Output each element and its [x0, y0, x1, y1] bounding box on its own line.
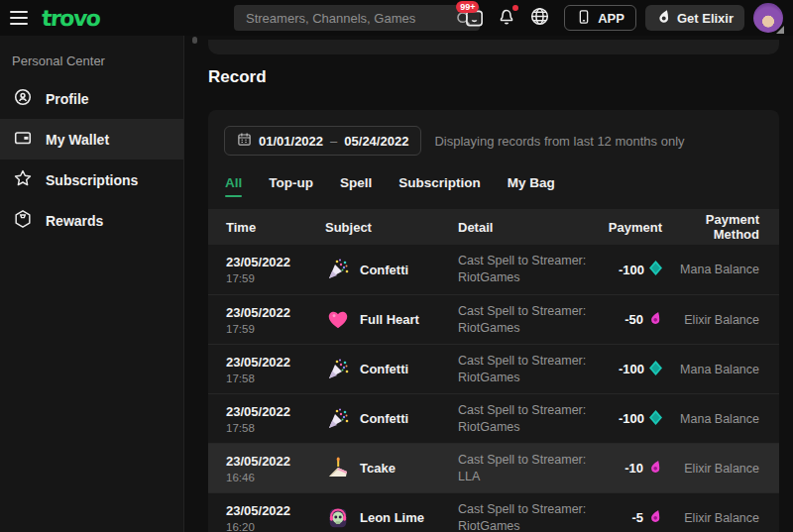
elixir-icon [648, 509, 662, 523]
detail-line-1: Cast Spell to Streamer: [458, 353, 605, 370]
detail-line-2: LLA [458, 469, 605, 485]
mana-icon [649, 361, 662, 375]
sidebar-item-label: Rewards [46, 213, 103, 229]
star-icon [13, 168, 33, 188]
table-row[interactable]: 23/05/2022 17:59 Full Heart Cast Spell t… [208, 294, 779, 344]
table-row[interactable]: 23/05/2022 17:58 Confetti Cast Spell to … [208, 393, 779, 443]
row-date: 23/05/2022 [226, 255, 325, 270]
detail-line-2: RiotGames [458, 320, 605, 337]
row-time: 17:58 [226, 372, 325, 384]
heart-icon [326, 308, 350, 332]
tab-subscription[interactable]: Subscription [398, 175, 481, 197]
sidebar-item-label: Subscriptions [46, 172, 138, 188]
detail-line-2: RiotGames [458, 370, 605, 386]
elixir-icon [648, 311, 662, 325]
payment-method: Elixir Balance [662, 313, 759, 327]
tab-label: Subscription [398, 175, 481, 190]
detail-line-1: Cast Spell to Streamer: [458, 402, 605, 419]
notifications-bell-button[interactable] [495, 6, 518, 30]
sidebar: Personal Center Profile My Wallet Subscr… [0, 36, 184, 532]
filter-row: 01/01/2022 – 05/24/2022 Displaying recor… [208, 126, 779, 156]
tab-top-up[interactable]: Top-up [269, 175, 313, 197]
payment-amount: -100 [619, 362, 644, 376]
row-time: 17:59 [226, 272, 325, 284]
row-date: 23/05/2022 [226, 305, 325, 321]
payment-method: Elixir Balance [662, 462, 759, 476]
row-date: 23/05/2022 [226, 503, 325, 519]
search-input[interactable] [246, 11, 455, 26]
tab-label: All [225, 175, 242, 190]
topbar-actions: 99+ APP Get Elixir [462, 3, 793, 33]
table-row[interactable]: 23/05/2022 17:59 Confetti Cast Spell to … [208, 245, 779, 294]
notification-dot [512, 5, 518, 11]
row-time: 17:59 [226, 323, 325, 335]
detail-line-1: Cast Spell to Streamer: [458, 452, 605, 469]
globe-icon [529, 6, 550, 27]
hamburger-menu-icon[interactable] [0, 0, 38, 36]
payment-amount: -5 [631, 510, 643, 525]
confetti-icon [325, 406, 351, 432]
detail-line-1: Cast Spell to Streamer: [458, 303, 605, 320]
payment-amount: -100 [619, 411, 644, 426]
calendar-icon [237, 132, 252, 147]
payment-amount: -10 [624, 461, 643, 476]
row-time: 17:58 [226, 422, 325, 434]
detail-line-2: RiotGames [458, 419, 605, 436]
subject-name: Leon Lime [360, 510, 424, 525]
table-row[interactable]: 23/05/2022 17:58 Confetti Cast Spell to … [208, 344, 779, 393]
sidebar-section-title: Personal Center [0, 36, 183, 78]
record-card: 01/01/2022 – 05/24/2022 Displaying recor… [208, 110, 779, 532]
scrollbar-thumb[interactable] [192, 37, 197, 44]
tcake-icon [325, 456, 351, 481]
elixir-icon [656, 9, 671, 24]
leon-lime-icon [326, 506, 350, 530]
tab-spell[interactable]: Spell [340, 175, 372, 197]
detail-line-1: Cast Spell to Streamer: [458, 501, 605, 518]
search-bar[interactable] [234, 5, 480, 31]
column-header-payment: Payment [605, 220, 662, 235]
tab-label: Top-up [269, 175, 313, 190]
date-separator: – [330, 134, 337, 149]
tab-all[interactable]: All [225, 175, 242, 197]
subject-name: Confetti [360, 411, 408, 426]
detail-line-1: Cast Spell to Streamer: [458, 253, 605, 269]
column-header-time: Time [226, 220, 325, 235]
confetti-icon [325, 257, 351, 282]
table-row[interactable]: 23/05/2022 16:20 Leon Lime Cast Spell to… [208, 492, 779, 532]
payment-amount: -100 [619, 263, 644, 277]
language-globe-button[interactable] [527, 6, 551, 30]
subject-name: Tcake [360, 461, 396, 476]
messages-icon-button[interactable]: 99+ [462, 8, 486, 32]
sidebar-item-profile[interactable]: Profile [0, 78, 183, 119]
row-date: 23/05/2022 [226, 355, 325, 371]
profile-icon [13, 87, 33, 107]
payment-amount: -50 [624, 312, 643, 327]
records-table: Time Subject Detail Payment Payment Meth… [208, 209, 779, 532]
subject-name: Confetti [360, 263, 408, 277]
date-range-picker[interactable]: 01/01/2022 – 05/24/2022 [224, 126, 421, 156]
row-date: 23/05/2022 [226, 454, 325, 470]
main-content: Record 01/01/2022 – 05/24/2022 Displayin… [184, 36, 793, 532]
subject-name: Full Heart [360, 312, 419, 327]
date-start: 01/01/2022 [259, 134, 323, 149]
sidebar-item-label: My Wallet [46, 132, 109, 148]
table-header: Time Subject Detail Payment Payment Meth… [208, 209, 779, 245]
sidebar-item-my-wallet[interactable]: My Wallet [0, 119, 183, 160]
rewards-icon [13, 209, 33, 229]
date-range-note: Displaying records from last 12 months o… [434, 134, 684, 149]
user-avatar[interactable] [753, 3, 783, 33]
payment-method: Mana Balance [662, 263, 759, 276]
wallet-icon [13, 128, 33, 148]
detail-line-2: RiotGames [458, 269, 605, 286]
app-button[interactable]: APP [564, 5, 636, 31]
sidebar-item-rewards[interactable]: Rewards [0, 200, 183, 241]
row-date: 23/05/2022 [226, 404, 325, 420]
get-elixir-button[interactable]: Get Elixir [645, 5, 744, 31]
tab-my-bag[interactable]: My Bag [508, 175, 555, 197]
unread-count-badge: 99+ [456, 1, 479, 13]
sidebar-item-subscriptions[interactable]: Subscriptions [0, 160, 183, 200]
subject-name: Confetti [360, 362, 408, 376]
sidebar-item-label: Profile [46, 91, 89, 107]
table-row[interactable]: 23/05/2022 16:46 Tcake Cast Spell to Str… [208, 443, 779, 492]
trovo-logo[interactable]: trovo [41, 6, 100, 31]
